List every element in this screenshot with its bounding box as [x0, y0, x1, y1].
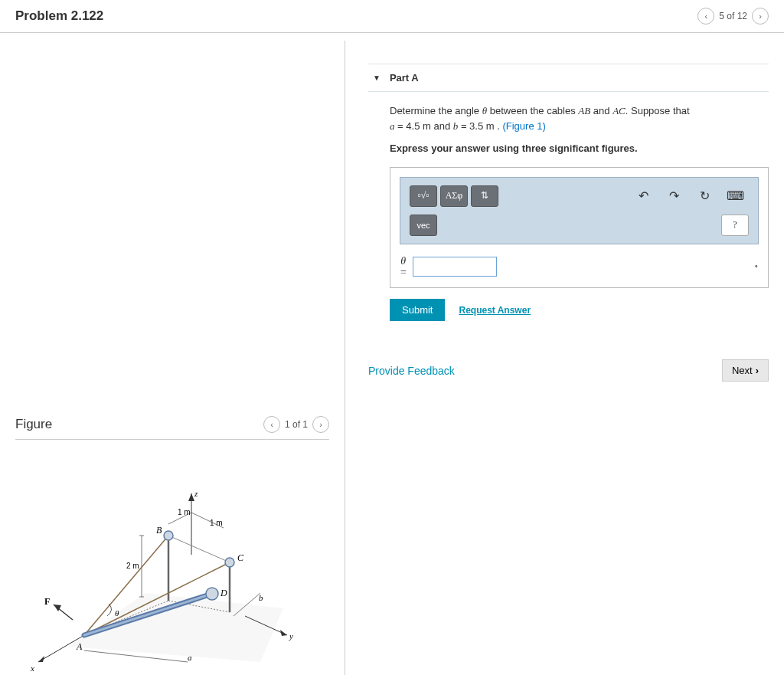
- undo-button[interactable]: ↶: [629, 185, 657, 207]
- prompt-text: Determine the angle θ between the cables…: [390, 103, 761, 133]
- redo-button[interactable]: ↷: [660, 185, 688, 207]
- figure-heading: Figure: [15, 417, 52, 432]
- svg-text:2 m: 2 m: [126, 562, 139, 570]
- svg-line-12: [168, 536, 230, 562]
- chevron-right-icon: ›: [756, 365, 759, 376]
- request-answer-link[interactable]: Request Answer: [459, 305, 531, 316]
- problem-nav: ‹ 5 of 12 ›: [697, 8, 769, 25]
- svg-point-32: [225, 558, 234, 567]
- svg-text:C: C: [237, 552, 244, 563]
- svg-text:A: A: [76, 641, 83, 652]
- templates-button[interactable]: ▫√▫: [410, 185, 437, 207]
- problem-title: Problem 2.122: [15, 8, 103, 24]
- answer-unit: ∘: [754, 263, 759, 270]
- svg-marker-5: [280, 630, 287, 636]
- problem-page-indicator: 5 of 12: [719, 11, 747, 21]
- next-figure-button[interactable]: ›: [312, 416, 329, 433]
- svg-marker-8: [188, 493, 194, 501]
- figure-diagram: x y z 1 m 1 m 2: [15, 463, 329, 675]
- equation-toolbar: ▫√▫ ΑΣφ ⇅ ↶ ↷ ↻ ⌨ vec: [400, 177, 759, 244]
- prev-figure-button[interactable]: ‹: [263, 416, 280, 433]
- answer-input[interactable]: [413, 257, 497, 277]
- svg-text:1 m: 1 m: [210, 519, 223, 527]
- collapse-icon: ▼: [373, 74, 381, 82]
- svg-point-31: [164, 531, 173, 540]
- prev-problem-button[interactable]: ‹: [697, 8, 714, 25]
- submit-button[interactable]: Submit: [390, 299, 445, 321]
- svg-text:B: B: [156, 525, 162, 536]
- help-button[interactable]: ?: [721, 215, 749, 236]
- next-button[interactable]: Next›: [722, 359, 769, 382]
- keyboard-button[interactable]: ⌨: [721, 185, 749, 207]
- arrows-button[interactable]: ⇅: [471, 185, 498, 207]
- feedback-link[interactable]: Provide Feedback: [368, 365, 455, 377]
- svg-text:z: z: [194, 489, 198, 498]
- svg-text:θ: θ: [115, 608, 119, 618]
- svg-point-33: [206, 588, 218, 600]
- svg-text:y: y: [289, 631, 293, 641]
- figure-link[interactable]: (Figure 1): [502, 120, 545, 132]
- svg-text:1 m: 1 m: [178, 508, 191, 516]
- svg-text:D: D: [220, 588, 227, 598]
- svg-text:b: b: [259, 593, 263, 602]
- svg-text:x: x: [30, 664, 34, 673]
- part-title: Part A: [390, 72, 419, 84]
- svg-text:F: F: [44, 596, 50, 607]
- part-header[interactable]: ▼ Part A: [368, 64, 769, 92]
- instruction-text: Express your answer using three signific…: [390, 141, 761, 156]
- svg-text:a: a: [188, 653, 192, 662]
- answer-variable: θ =: [400, 255, 407, 279]
- greek-button[interactable]: ΑΣφ: [440, 185, 468, 207]
- figure-page-indicator: 1 of 1: [285, 419, 308, 430]
- vec-button[interactable]: vec: [410, 215, 437, 236]
- next-problem-button[interactable]: ›: [752, 8, 769, 25]
- figure-nav: ‹ 1 of 1 ›: [263, 416, 329, 433]
- reset-button[interactable]: ↻: [691, 185, 718, 207]
- answer-block: ▫√▫ ΑΣφ ⇅ ↶ ↷ ↻ ⌨ vec: [390, 167, 769, 289]
